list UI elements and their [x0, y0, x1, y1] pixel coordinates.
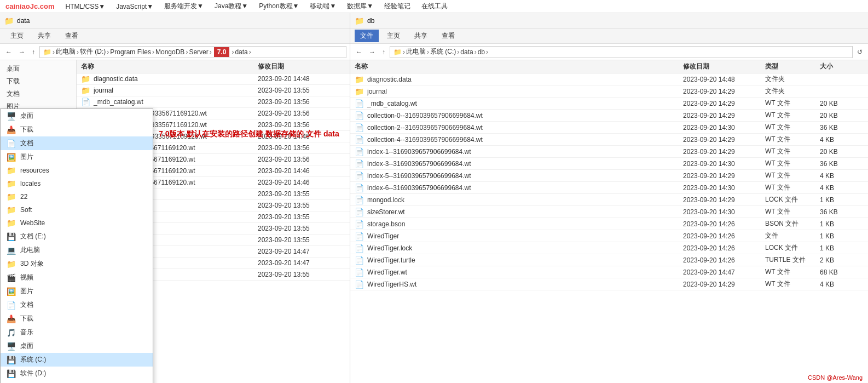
dd-22[interactable]: 📁22: [1, 190, 153, 203]
nav-database[interactable]: 数据库▼: [347, 2, 373, 11]
dd-pics[interactable]: 🖼️图片: [1, 284, 153, 298]
list-item[interactable]: 📄WiredTigerHS.wt 2023-09-20 14:29WT 文件4 …: [350, 278, 868, 290]
left-explorer: 📁 data 主页 共享 查看 ← → ↑ 📁 › 此电脑 › 软件 (D:) …: [0, 13, 350, 383]
nav-server[interactable]: 服务端开发▼: [164, 2, 204, 11]
tab-file-right[interactable]: 文件: [355, 30, 379, 42]
right-file-header: 名称 修改日期 类型 大小: [350, 60, 868, 73]
left-ribbon: 主页 共享 查看: [0, 28, 350, 44]
main-container: 📁 data 主页 共享 查看 ← → ↑ 📁 › 此电脑 › 软件 (D:) …: [0, 13, 868, 383]
list-item[interactable]: 📄WiredTiger.turtle 2023-09-20 14:26TURTL…: [350, 254, 868, 266]
dd-3d[interactable]: 📁3D 对象: [1, 257, 153, 271]
list-item[interactable]: 📄_mdb_catalog.wt 2023-09-20 13:56: [77, 96, 350, 108]
forward-button-right[interactable]: →: [367, 47, 378, 57]
list-item[interactable]: 📄collection-4--3169039657906699684.wt 20…: [350, 134, 868, 146]
nav-documents[interactable]: 文档: [0, 88, 76, 100]
site-logo: cainiaoJc.com: [5, 2, 55, 10]
top-navigation: cainiaoJc.com HTML/CSS▼ JavaScript▼ 服务端开…: [0, 0, 868, 13]
list-item[interactable]: 📄index-6--3169039657906699684.wt 2023-09…: [350, 182, 868, 194]
up-button-right[interactable]: ↑: [380, 47, 387, 57]
refresh-button-right[interactable]: ↺: [855, 47, 865, 57]
dd-docs[interactable]: 📄文档: [1, 298, 153, 312]
nav-downloads[interactable]: 下载: [0, 75, 76, 88]
dd-dl[interactable]: 📥下载: [1, 312, 153, 325]
right-address-bar: ← → ↑ 📁 › 此电脑 › 系统 (C:) › data › db › ↺: [350, 44, 868, 60]
list-item[interactable]: 📁journal 2023-09-20 13:55: [77, 85, 350, 96]
version-highlight: 7.0: [214, 47, 230, 57]
list-item[interactable]: 📁diagnostic.data 2023-09-20 14:48文件夹: [350, 73, 868, 85]
right-title-text: db: [367, 17, 374, 25]
list-item[interactable]: 📄_mdb_catalog.wt 2023-09-20 14:29WT 文件20…: [350, 98, 868, 110]
left-title-folder-icon: 📁: [4, 16, 14, 25]
dd-d[interactable]: 💾软件 (D:): [1, 367, 153, 380]
address-path-left[interactable]: 📁 › 此电脑 › 软件 (D:) › Program Files › Mong…: [39, 46, 346, 58]
list-item[interactable]: 📁journal 2023-09-20 14:29文件夹: [350, 85, 868, 98]
nav-java[interactable]: Java教程▼: [215, 2, 248, 11]
nav-javascript[interactable]: JavaScript▼: [116, 3, 153, 10]
right-explorer: 📁 db 文件 主页 共享 查看 ← → ↑ 📁 › 此电脑 › 系统 (C:)…: [350, 13, 868, 383]
left-title-text: data: [17, 17, 30, 25]
dd-e[interactable]: 💾文档 (E:): [1, 380, 153, 383]
nav-python[interactable]: Python教程▼: [259, 2, 299, 11]
tab-view-right[interactable]: 查看: [436, 29, 461, 43]
nav-html-css[interactable]: HTML/CSS▼: [66, 3, 106, 10]
dd-website[interactable]: 📁WebSite: [1, 216, 153, 230]
dd-pictures[interactable]: 🖼️图片: [1, 150, 153, 164]
right-title-folder-icon: 📁: [355, 16, 364, 25]
right-ribbon: 文件 主页 共享 查看: [350, 28, 868, 44]
tab-home-left[interactable]: 主页: [4, 29, 30, 43]
nav-notes[interactable]: 经验笔记: [384, 2, 410, 11]
dd-music[interactable]: 🎵音乐: [1, 325, 153, 339]
dd-resources[interactable]: 📁resources: [1, 164, 153, 177]
list-item[interactable]: 📄collection-2--3169039657906699684.wt 20…: [350, 122, 868, 134]
dd-locales[interactable]: 📁locales: [1, 177, 153, 190]
path-dropdown: 🖥️桌面 📥下载 📄文档 🖼️图片 📁resources 📁locales 📁2…: [0, 108, 153, 383]
left-address-bar: ← → ↑ 📁 › 此电脑 › 软件 (D:) › Program Files …: [0, 44, 350, 60]
dd-downloads[interactable]: 📥下载: [1, 123, 153, 136]
tab-share-right[interactable]: 共享: [408, 29, 433, 43]
right-file-list: 名称 修改日期 类型 大小 📁diagnostic.data 2023-09-2…: [350, 60, 868, 383]
dd-video[interactable]: 🎬视频: [1, 271, 153, 284]
nav-desktop[interactable]: 桌面: [0, 62, 76, 75]
dd-thispc[interactable]: 💻此电脑: [1, 243, 153, 257]
list-item[interactable]: 📄index-1--3169039657906699684.wt 2023-09…: [350, 146, 868, 158]
left-title-bar: 📁 data: [0, 13, 350, 28]
left-content: 桌面 下载 文档 图片 resources Locales 22 Soft We…: [0, 60, 350, 383]
forward-button-left[interactable]: →: [16, 47, 27, 57]
back-button-left[interactable]: ←: [3, 47, 14, 57]
list-item[interactable]: 📄collection-0--3169039657906699684.wt 20…: [350, 110, 868, 122]
list-item[interactable]: 📄mongod.lock 2023-09-20 14:29LOCK 文件1 KB: [350, 194, 868, 206]
list-item[interactable]: 📄index-3--3169039657906699684.wt 2023-09…: [350, 158, 868, 170]
list-item[interactable]: 📄WiredTiger 2023-09-20 14:26文件1 KB: [350, 230, 868, 242]
dd-documents[interactable]: 📄文档: [1, 136, 153, 150]
nav-mobile[interactable]: 移动端▼: [310, 2, 336, 11]
nav-tools[interactable]: 在线工具: [421, 2, 448, 11]
left-file-header: 名称 修改日期: [77, 60, 350, 73]
list-item[interactable]: 📄WiredTiger.lock 2023-09-20 14:26LOCK 文件…: [350, 242, 868, 254]
address-path-right[interactable]: 📁 › 此电脑 › 系统 (C:) › data › db ›: [390, 46, 853, 58]
dd-desktop2[interactable]: 🖥️桌面: [1, 339, 153, 353]
watermark: CSDN @Ares-Wang: [808, 374, 863, 381]
tab-share-left[interactable]: 共享: [32, 29, 57, 43]
tab-home-right[interactable]: 主页: [381, 29, 406, 43]
list-item[interactable]: 📁diagnostic.data 2023-09-20 14:48: [77, 73, 350, 85]
list-item[interactable]: 📄WiredTiger.wt 2023-09-20 14:47WT 文件68 K…: [350, 266, 868, 278]
list-item[interactable]: 📄storage.bson 2023-09-20 14:26BSON 文件1 K…: [350, 218, 868, 230]
back-button-right[interactable]: ←: [354, 47, 364, 57]
list-item[interactable]: 📄index-5--3169039657906699684.wt 2023-09…: [350, 170, 868, 182]
right-title-bar: 📁 db: [350, 13, 868, 28]
dd-docs-e[interactable]: 💾文档 (E:): [1, 230, 153, 243]
right-content: 名称 修改日期 类型 大小 📁diagnostic.data 2023-09-2…: [350, 60, 868, 383]
tab-view-left[interactable]: 查看: [59, 29, 84, 43]
list-item[interactable]: 📄sizeStorer.wt 2023-09-20 14:30WT 文件36 K…: [350, 206, 868, 218]
dd-soft[interactable]: 📁Soft: [1, 203, 153, 216]
dd-c[interactable]: 💾系统 (C:): [1, 353, 153, 367]
up-button-left[interactable]: ↑: [30, 47, 37, 57]
dd-desktop[interactable]: 🖥️桌面: [1, 109, 153, 123]
